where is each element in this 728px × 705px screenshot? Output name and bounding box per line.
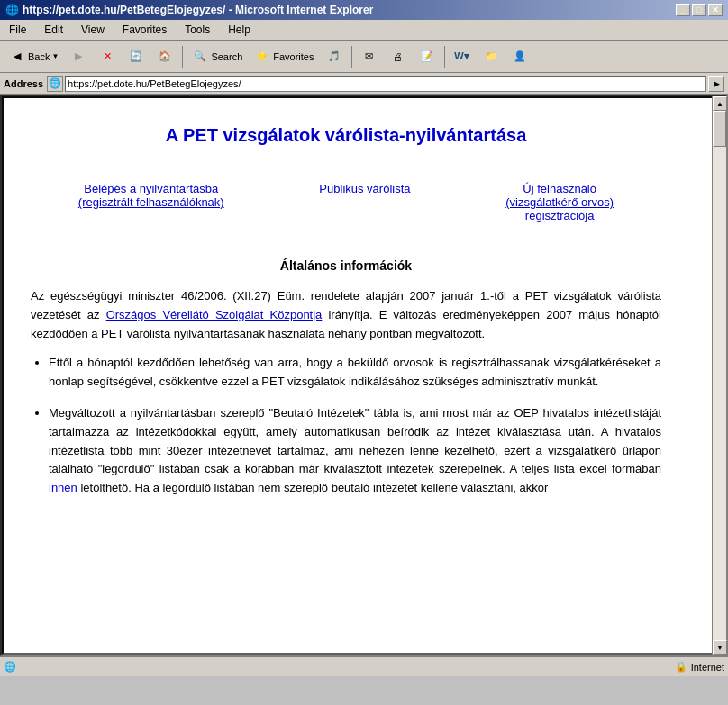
toolbar-separator-1: [182, 46, 183, 68]
status-bar: 🌐 🔒 Internet: [0, 656, 728, 676]
content-inner: A PET vizsgálatok várólista-nyilvántartá…: [4, 98, 688, 529]
mail-icon: ✉: [360, 48, 378, 66]
address-bar: Address 🌐 ▶: [0, 73, 728, 95]
edit-button[interactable]: 📝: [414, 44, 441, 69]
nav-links: Belépés a nyilvántartásba (regisztrált f…: [31, 173, 661, 231]
mail-button[interactable]: ✉: [356, 44, 383, 69]
menu-bar: File Edit View Favorites Tools Help: [0, 20, 728, 41]
toolbar: ◀ Back ▼ ▶ ✕ 🔄 🏠 🔍 Search ⭐ Favorites 🎵 …: [0, 41, 728, 73]
maximize-button[interactable]: □: [692, 4, 706, 16]
scroll-thumb[interactable]: [713, 111, 726, 147]
intro-paragraph: Az egészségügyi miniszter 46/2006. (XII.…: [31, 287, 661, 343]
scroll-down-button[interactable]: ▼: [713, 640, 727, 655]
status-right: 🔒 Internet: [675, 661, 724, 673]
nav-link-item-1: Belépés a nyilvántartásba (regisztrált f…: [78, 182, 224, 209]
word-button[interactable]: W▾: [449, 44, 476, 69]
menu-edit[interactable]: Edit: [39, 22, 68, 38]
media-icon: 🎵: [325, 48, 343, 66]
stop-button[interactable]: ✕: [94, 44, 121, 69]
window-title: https://pet.dote.hu/PetBetegElojegyzes/ …: [23, 4, 373, 16]
lock-icon: 🔒: [675, 661, 687, 673]
content-area: A PET vizsgálatok várólista-nyilvántartá…: [0, 95, 728, 656]
nav-link-item-3: Új felhasználó (vizsgálatkérő orvos) reg…: [505, 182, 614, 222]
toolbar-separator-2: [351, 46, 352, 68]
print-icon: 🖨: [389, 48, 407, 66]
star-icon: ⭐: [253, 48, 271, 66]
back-label: Back: [28, 51, 50, 62]
bullet-list: Ettől a hónaptól kezdődően lehetőség van…: [49, 354, 661, 498]
edit-icon: 📝: [418, 48, 436, 66]
forward-icon: ▶: [69, 48, 87, 66]
back-button[interactable]: ◀ Back ▼: [4, 44, 63, 69]
page-title: A PET vizsgálatok várólista-nyilvántartá…: [31, 116, 661, 146]
search-button[interactable]: 🔍 Search: [187, 44, 247, 69]
print-button[interactable]: 🖨: [385, 44, 412, 69]
title-bar: 🌐 https://pet.dote.hu/PetBetegElojegyzes…: [0, 0, 728, 20]
forward-button[interactable]: ▶: [65, 44, 92, 69]
messenger-button[interactable]: 👤: [506, 44, 533, 69]
stop-icon: ✕: [98, 48, 116, 66]
section-title: Általános információk: [31, 258, 661, 273]
folder-icon: 📁: [482, 48, 500, 66]
address-input[interactable]: [65, 76, 706, 92]
minimize-button[interactable]: _: [676, 4, 690, 16]
back-icon: ◀: [8, 48, 26, 66]
scrollbar-vertical[interactable]: ▲ ▼: [712, 96, 726, 655]
list-item-2: Megváltozott a nyilvántartásban szereplő…: [49, 404, 661, 498]
window-controls[interactable]: _ □ ✕: [676, 4, 723, 16]
menu-file[interactable]: File: [4, 22, 32, 38]
menu-help[interactable]: Help: [223, 22, 256, 38]
search-icon: 🔍: [191, 48, 209, 66]
address-icon: 🌐: [47, 76, 63, 92]
menu-tools[interactable]: Tools: [179, 22, 215, 38]
login-link[interactable]: Belépés a nyilvántartásba (regisztrált f…: [78, 182, 224, 209]
browser-icon: 🌐: [5, 4, 19, 16]
excel-download-link[interactable]: innen: [49, 481, 77, 494]
close-button[interactable]: ✕: [708, 4, 723, 16]
menu-view[interactable]: View: [76, 22, 110, 38]
new-user-link[interactable]: Új felhasználó (vizsgálatkérő orvos) reg…: [505, 182, 614, 222]
public-list-link[interactable]: Publikus várólista: [319, 182, 410, 195]
home-button[interactable]: 🏠: [151, 44, 178, 69]
scroll-up-button[interactable]: ▲: [713, 96, 727, 111]
favorites-button[interactable]: ⭐ Favorites: [249, 44, 318, 69]
messenger-icon: 👤: [511, 48, 529, 66]
menu-favorites[interactable]: Favorites: [117, 22, 172, 38]
ovsz-link[interactable]: Országos Vérellátó Szolgálat Központja: [106, 308, 323, 321]
back-dropdown[interactable]: ▼: [51, 52, 59, 60]
toolbar-separator-3: [444, 46, 445, 68]
folder-button[interactable]: 📁: [478, 44, 505, 69]
status-icon: 🌐: [4, 661, 16, 673]
media-button[interactable]: 🎵: [321, 44, 348, 69]
refresh-button[interactable]: 🔄: [123, 44, 150, 69]
favorites-label: Favorites: [273, 51, 314, 62]
zone-text: Internet: [691, 662, 724, 673]
address-go-button[interactable]: ▶: [708, 76, 724, 92]
address-label: Address: [4, 78, 43, 89]
nav-link-item-2: Publikus várólista: [319, 182, 410, 195]
refresh-icon: 🔄: [127, 48, 145, 66]
scroll-track[interactable]: [713, 111, 726, 640]
word-icon: W▾: [453, 48, 471, 66]
status-left: 🌐: [4, 661, 20, 673]
content-scroll[interactable]: A PET vizsgálatok várólista-nyilvántartá…: [2, 96, 726, 655]
search-label: Search: [211, 51, 242, 62]
home-icon: 🏠: [156, 48, 174, 66]
list-item-1: Ettől a hónaptól kezdődően lehetőség van…: [49, 354, 661, 392]
